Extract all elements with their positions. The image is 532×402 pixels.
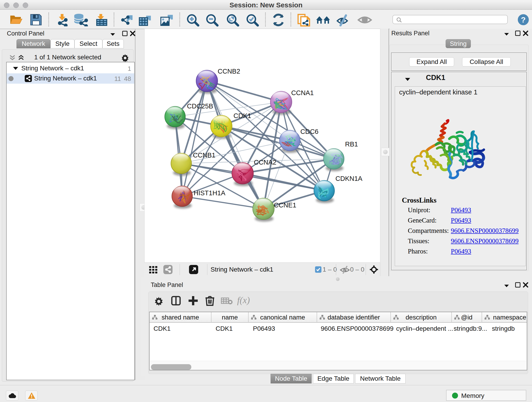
svg-text:CCNB2: CCNB2 xyxy=(218,68,240,75)
svg-text:CCNA2: CCNA2 xyxy=(254,159,276,166)
svg-text:RB1: RB1 xyxy=(345,140,358,148)
svg-text:HIST1H1A: HIST1H1A xyxy=(194,189,225,197)
svg-text:CCNE1: CCNE1 xyxy=(274,201,296,209)
svg-text:CDKN1A: CDKN1A xyxy=(336,175,362,182)
svg-text:?: ? xyxy=(521,15,526,24)
svg-text:CCNA1: CCNA1 xyxy=(291,89,314,96)
svg-text:CDC6: CDC6 xyxy=(300,128,318,135)
svg-text:CDC25B: CDC25B xyxy=(187,102,213,110)
svg-text:CDK1: CDK1 xyxy=(234,112,251,119)
svg-text:CCNB1: CCNB1 xyxy=(193,152,215,159)
